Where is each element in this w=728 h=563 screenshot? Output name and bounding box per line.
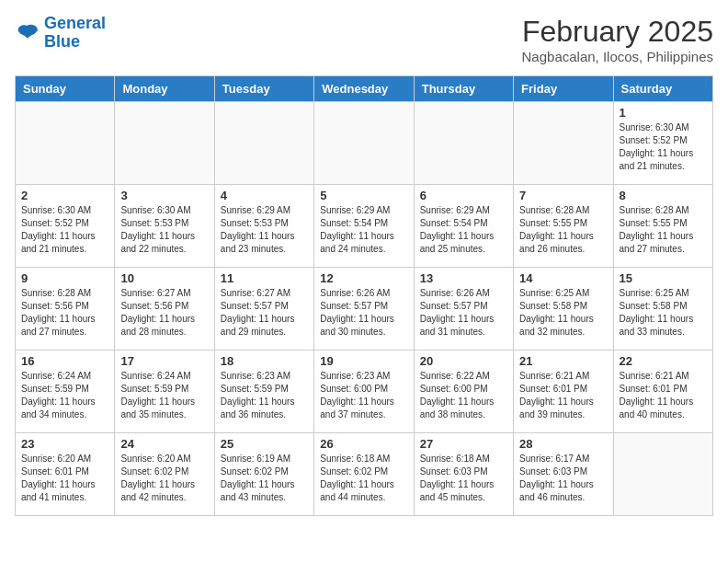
calendar-cell: 20Sunrise: 6:22 AM Sunset: 6:00 PM Dayli… [414, 350, 513, 433]
day-info: Sunrise: 6:17 AM Sunset: 6:03 PM Dayligh… [519, 453, 607, 504]
calendar-week-row: 16Sunrise: 6:24 AM Sunset: 5:59 PM Dayli… [16, 350, 713, 433]
calendar-cell: 24Sunrise: 6:20 AM Sunset: 6:02 PM Dayli… [115, 433, 214, 516]
calendar-cell [314, 102, 414, 185]
day-info: Sunrise: 6:27 AM Sunset: 5:57 PM Dayligh… [221, 287, 308, 339]
day-number: 3 [120, 189, 208, 202]
calendar-cell: 12Sunrise: 6:26 AM Sunset: 5:57 PM Dayli… [314, 268, 414, 350]
day-info: Sunrise: 6:24 AM Sunset: 5:59 PM Dayligh… [21, 370, 108, 421]
calendar-cell: 4Sunrise: 6:29 AM Sunset: 5:53 PM Daylig… [214, 185, 313, 268]
day-number: 16 [21, 354, 108, 368]
calendar-cell: 19Sunrise: 6:23 AM Sunset: 6:00 PM Dayli… [314, 350, 414, 433]
calendar-cell: 27Sunrise: 6:18 AM Sunset: 6:03 PM Dayli… [414, 433, 513, 516]
weekday-header: Sunday [16, 76, 115, 102]
day-number: 11 [221, 271, 308, 285]
day-number: 1 [620, 106, 707, 120]
day-number: 12 [320, 271, 407, 285]
day-number: 21 [519, 354, 607, 368]
weekday-header: Tuesday [214, 76, 313, 102]
calendar-cell: 22Sunrise: 6:21 AM Sunset: 6:01 PM Dayli… [613, 350, 712, 433]
day-info: Sunrise: 6:28 AM Sunset: 5:55 PM Dayligh… [519, 204, 607, 256]
day-number: 19 [320, 354, 407, 368]
day-info: Sunrise: 6:29 AM Sunset: 5:53 PM Dayligh… [221, 204, 308, 256]
day-number: 17 [120, 354, 208, 368]
day-number: 23 [21, 437, 108, 451]
day-info: Sunrise: 6:22 AM Sunset: 6:00 PM Dayligh… [420, 370, 507, 421]
day-number: 6 [420, 189, 507, 202]
calendar-body: 1Sunrise: 6:30 AM Sunset: 5:52 PM Daylig… [16, 102, 713, 516]
calendar-cell: 28Sunrise: 6:17 AM Sunset: 6:03 PM Dayli… [514, 433, 613, 516]
calendar-cell: 7Sunrise: 6:28 AM Sunset: 5:55 PM Daylig… [514, 185, 613, 268]
logo: General Blue [15, 15, 106, 52]
day-info: Sunrise: 6:28 AM Sunset: 5:55 PM Dayligh… [620, 204, 707, 256]
day-info: Sunrise: 6:29 AM Sunset: 5:54 PM Dayligh… [320, 204, 407, 256]
day-number: 18 [221, 354, 308, 368]
day-number: 26 [320, 437, 407, 451]
calendar-cell: 16Sunrise: 6:24 AM Sunset: 5:59 PM Dayli… [16, 350, 115, 433]
logo-text: General Blue [44, 15, 106, 52]
calendar-cell [16, 102, 115, 185]
day-number: 9 [21, 271, 108, 285]
day-info: Sunrise: 6:18 AM Sunset: 6:03 PM Dayligh… [420, 453, 507, 504]
day-number: 8 [620, 189, 707, 202]
calendar-week-row: 9Sunrise: 6:28 AM Sunset: 5:56 PM Daylig… [16, 268, 713, 350]
calendar-cell: 25Sunrise: 6:19 AM Sunset: 6:02 PM Dayli… [214, 433, 313, 516]
weekday-header: Saturday [613, 76, 712, 102]
calendar-cell: 17Sunrise: 6:24 AM Sunset: 5:59 PM Dayli… [115, 350, 214, 433]
day-info: Sunrise: 6:24 AM Sunset: 5:59 PM Dayligh… [120, 370, 208, 421]
day-info: Sunrise: 6:23 AM Sunset: 6:00 PM Dayligh… [320, 370, 407, 421]
calendar-cell: 18Sunrise: 6:23 AM Sunset: 5:59 PM Dayli… [214, 350, 313, 433]
calendar-cell [514, 102, 613, 185]
day-number: 2 [21, 189, 108, 202]
weekday-header: Friday [514, 76, 613, 102]
calendar-cell: 10Sunrise: 6:27 AM Sunset: 5:56 PM Dayli… [115, 268, 214, 350]
day-info: Sunrise: 6:20 AM Sunset: 6:02 PM Dayligh… [120, 453, 208, 504]
calendar-cell: 15Sunrise: 6:25 AM Sunset: 5:58 PM Dayli… [613, 268, 712, 350]
weekday-header: Thursday [414, 76, 513, 102]
weekday-header: Wednesday [314, 76, 414, 102]
day-number: 10 [120, 271, 208, 285]
month-title: February 2025 [522, 15, 713, 49]
day-info: Sunrise: 6:26 AM Sunset: 5:57 PM Dayligh… [320, 287, 407, 339]
title-block: February 2025 Nagbacalan, Ilocos, Philip… [522, 15, 713, 64]
calendar-cell [613, 433, 712, 516]
calendar-cell: 11Sunrise: 6:27 AM Sunset: 5:57 PM Dayli… [214, 268, 313, 350]
day-info: Sunrise: 6:25 AM Sunset: 5:58 PM Dayligh… [519, 287, 607, 339]
day-number: 20 [420, 354, 507, 368]
day-number: 7 [519, 189, 607, 202]
day-info: Sunrise: 6:21 AM Sunset: 6:01 PM Dayligh… [620, 370, 707, 421]
day-number: 14 [519, 271, 607, 285]
calendar-week-row: 23Sunrise: 6:20 AM Sunset: 6:01 PM Dayli… [16, 433, 713, 516]
calendar-cell [414, 102, 513, 185]
day-number: 25 [221, 437, 308, 451]
calendar-cell [214, 102, 313, 185]
calendar-cell: 2Sunrise: 6:30 AM Sunset: 5:52 PM Daylig… [16, 185, 115, 268]
day-info: Sunrise: 6:29 AM Sunset: 5:54 PM Dayligh… [420, 204, 507, 256]
day-info: Sunrise: 6:19 AM Sunset: 6:02 PM Dayligh… [221, 453, 308, 504]
calendar-week-row: 1Sunrise: 6:30 AM Sunset: 5:52 PM Daylig… [16, 102, 713, 185]
page-header: General Blue February 2025 Nagbacalan, I… [15, 15, 713, 64]
calendar-cell: 8Sunrise: 6:28 AM Sunset: 5:55 PM Daylig… [613, 185, 712, 268]
day-number: 22 [620, 354, 707, 368]
day-info: Sunrise: 6:18 AM Sunset: 6:02 PM Dayligh… [320, 453, 407, 504]
day-number: 24 [120, 437, 208, 451]
day-info: Sunrise: 6:30 AM Sunset: 5:52 PM Dayligh… [620, 121, 707, 173]
day-info: Sunrise: 6:30 AM Sunset: 5:52 PM Dayligh… [21, 204, 108, 256]
calendar-week-row: 2Sunrise: 6:30 AM Sunset: 5:52 PM Daylig… [16, 185, 713, 268]
calendar-cell: 6Sunrise: 6:29 AM Sunset: 5:54 PM Daylig… [414, 185, 513, 268]
day-number: 13 [420, 271, 507, 285]
day-info: Sunrise: 6:23 AM Sunset: 5:59 PM Dayligh… [221, 370, 308, 421]
day-info: Sunrise: 6:27 AM Sunset: 5:56 PM Dayligh… [120, 287, 208, 339]
calendar-cell: 13Sunrise: 6:26 AM Sunset: 5:57 PM Dayli… [414, 268, 513, 350]
day-number: 27 [420, 437, 507, 451]
location-subtitle: Nagbacalan, Ilocos, Philippines [522, 49, 713, 64]
day-info: Sunrise: 6:30 AM Sunset: 5:53 PM Dayligh… [120, 204, 208, 256]
calendar-cell: 3Sunrise: 6:30 AM Sunset: 5:53 PM Daylig… [115, 185, 214, 268]
day-number: 15 [620, 271, 707, 285]
day-number: 4 [221, 189, 308, 202]
calendar-header-row: SundayMondayTuesdayWednesdayThursdayFrid… [16, 76, 713, 102]
calendar-cell: 14Sunrise: 6:25 AM Sunset: 5:58 PM Dayli… [514, 268, 613, 350]
day-info: Sunrise: 6:25 AM Sunset: 5:58 PM Dayligh… [620, 287, 707, 339]
day-info: Sunrise: 6:28 AM Sunset: 5:56 PM Dayligh… [21, 287, 108, 339]
calendar-cell: 5Sunrise: 6:29 AM Sunset: 5:54 PM Daylig… [314, 185, 414, 268]
day-info: Sunrise: 6:20 AM Sunset: 6:01 PM Dayligh… [21, 453, 108, 504]
